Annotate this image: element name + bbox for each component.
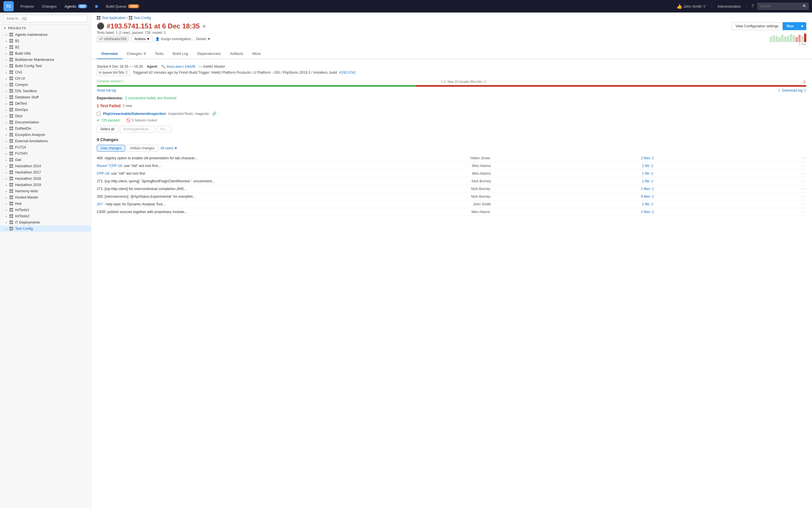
sidebar-item-it-deployments[interactable]: ▸ IT Deployments (0, 219, 91, 225)
sidebar-expand-icon[interactable]: ▼ (3, 27, 6, 30)
user-menu[interactable]: 👍 John Smith ▽ (674, 3, 708, 10)
change-more-icon[interactable]: ⋯ (800, 186, 806, 191)
change-files[interactable]: 2 files ▽ (641, 210, 654, 214)
download-log-link[interactable]: ⇩ Download log ▽ (778, 88, 806, 92)
sidebar-item-hackathon-2014[interactable]: ▸ Hackathon 2014 (0, 163, 91, 169)
change-files[interactable]: 1 file ▽ (642, 202, 653, 207)
user-changes-tab[interactable]: User changes (97, 145, 125, 152)
investigate-mute-button[interactable]: Investigate/Mute... (120, 126, 155, 133)
change-files[interactable]: 2 files ▽ (641, 187, 654, 191)
change-link[interactable]: 257 (97, 202, 103, 206)
sidebar-item-build-config-test[interactable]: ▸ Build Config Test (0, 63, 91, 69)
sidebar-item-hackathon-2018[interactable]: ▸ Hackathon 2018 (0, 175, 91, 182)
graph-bar (781, 35, 783, 42)
sidebar-item-dezt[interactable]: ▸ Dezt (0, 113, 91, 119)
tab-tests[interactable]: Tests (150, 49, 168, 59)
artifact-changes-tab[interactable]: Artifact changes (126, 145, 158, 152)
sidebar-item-dsl-sandbox[interactable]: ▸ DSL Sandbox (0, 88, 91, 94)
change-link[interactable]: CPP-18 (97, 171, 109, 175)
breadcrumb-project[interactable]: Test Application (102, 16, 125, 20)
sidebar-item-devops[interactable]: ▸ DevOps (0, 107, 91, 113)
sidebar-item-expand: ▸ (6, 165, 7, 168)
more-icon[interactable]: ⋯ (218, 112, 221, 116)
change-files[interactable]: 9 files ▽ (641, 195, 654, 199)
change-more-icon[interactable]: ⋯ (800, 164, 806, 168)
change-more-icon[interactable]: ⋯ (800, 210, 806, 214)
search-input[interactable] (757, 3, 809, 10)
nav-agents[interactable]: Agents 938 (61, 3, 90, 10)
link-icon[interactable]: 🔗 (212, 112, 216, 116)
change-more-icon[interactable]: ⋯ (800, 179, 806, 183)
sidebar-item-gwi[interactable]: ▸ Gwi (0, 157, 91, 163)
sidebar-item-external-annotations[interactable]: ▸ External Annotations (0, 138, 91, 144)
change-files[interactable]: 1 file ▽ (642, 164, 653, 168)
view-config-button[interactable]: View Configuration settings (731, 22, 783, 30)
change-more-icon[interactable]: ⋯ (800, 194, 806, 199)
sidebar-item-hackathon-2019[interactable]: ▸ Hackathon 2019 (0, 182, 91, 188)
sidebar-item-hackathon-2017[interactable]: ▸ Hackathon 2017 (0, 169, 91, 175)
change-author: Helen Jones (456, 156, 490, 160)
sidebar-item-test-config[interactable]: ▸ Test Config (0, 225, 91, 232)
tab-more[interactable]: More (248, 49, 266, 59)
show-full-log-link[interactable]: Show full log (97, 88, 116, 92)
change-files[interactable]: 1 file ▽ (642, 179, 653, 183)
test-name[interactable]: PhpUnreachableStatementInspection (103, 112, 166, 116)
help-icon[interactable]: ? (750, 3, 755, 10)
select-all-button[interactable]: Select all (97, 126, 118, 133)
sidebar-item-b2[interactable]: ▸ B2 (0, 44, 91, 50)
change-more-icon[interactable]: ⋯ (800, 202, 806, 207)
all-users-button[interactable]: All users ▼ (160, 146, 177, 150)
sidebar-item-b1[interactable]: ▸ B1 (0, 38, 91, 44)
tab-build-log[interactable]: Build Log (168, 49, 193, 59)
sidebar-item-harmony-tests[interactable]: ▸ Harmony tests (0, 188, 91, 194)
sidebar-item-deltest[interactable]: ▸ DelTest (0, 100, 91, 107)
sidebar-item-inttests1[interactable]: ▸ IntTests1 (0, 207, 91, 213)
assign-investigation-button[interactable]: 👤 Assign investigation... (155, 37, 194, 41)
sidebar-item-chi-ui[interactable]: ▸ Chi UI (0, 75, 91, 82)
branch-tag[interactable]: ☍ refs/heads/193 (97, 36, 129, 42)
change-more-icon[interactable]: ⋯ (800, 156, 806, 160)
change-files[interactable]: 2 files ▽ (641, 156, 654, 160)
tab-changes--9[interactable]: Changes: 9 (122, 49, 151, 59)
nav-saved[interactable]: ■ (92, 2, 102, 11)
sidebar-item-futapi[interactable]: ▸ FUTAPI (0, 151, 91, 157)
star-icon[interactable]: ★ (202, 24, 206, 29)
sidebar-item-dotnetdiv[interactable]: ▸ DotNetDiv (0, 125, 91, 132)
sidebar-item-agents-maintenance[interactable]: ▸ Agents maintenance (0, 32, 91, 38)
sidebar-item-icon (9, 145, 13, 149)
sidebar-item-exception-analyzer[interactable]: ▸ Exception Analyzer (0, 132, 91, 138)
change-more-icon[interactable]: ⋯ (800, 171, 806, 176)
sidebar-item-hosted-master[interactable]: ▸ Hosted Master (0, 194, 91, 201)
change-files[interactable]: 1 file ▽ (642, 171, 653, 176)
details-button[interactable]: Details ▼ (196, 37, 211, 41)
sidebar-item-database-stuff[interactable]: ▸ Database Stuff (0, 94, 91, 100)
nav-changes[interactable]: Changes (38, 3, 60, 10)
test-checkbox[interactable] (97, 112, 101, 116)
sidebar-item-documentation[interactable]: ▸ Documentation (0, 119, 91, 125)
sidebar-item-compar[interactable]: ▸ CompAr (0, 82, 91, 88)
tab-dependencies[interactable]: Dependencies (193, 49, 225, 59)
deps-link[interactable]: 2 successful builds are finished (125, 96, 176, 100)
trigger-build-link[interactable]: #193.5741 (339, 71, 356, 75)
sidebar-item-hub[interactable]: ▸ Hub (0, 201, 91, 207)
sidebar-item-chi1[interactable]: ▸ Chi1 (0, 69, 91, 75)
test-item: PhpUnreachableStatementInspection Inspec… (97, 110, 806, 117)
run-more-button[interactable]: ▼ (798, 22, 806, 30)
nav-projects[interactable]: Projects (17, 3, 37, 10)
admin-btn[interactable]: Administration (715, 3, 743, 10)
fix-button[interactable]: Fix... (157, 126, 171, 133)
queue-badge[interactable]: In queue 6m:58s ▽ (97, 70, 130, 76)
sidebar-item-build-utils[interactable]: ▸ Build Utils (0, 50, 91, 56)
sidebar-item-inttests2[interactable]: ▸ IntTests2 (0, 213, 91, 219)
actions-button[interactable]: Actions ▼ (131, 36, 153, 42)
change-link[interactable]: Revert "CPP-18 (97, 164, 122, 168)
sidebar-item-buildserver-maintenance[interactable]: ▸ Buildserver Maintenance (0, 56, 91, 63)
run-button[interactable]: Run (783, 22, 798, 30)
nav-build-queue[interactable]: Build Queue 1090 (103, 3, 143, 10)
sidebar-item-fut14[interactable]: ▸ FUT14 (0, 144, 91, 151)
breadcrumb-config[interactable]: Test Config (134, 16, 151, 20)
agent-link[interactable]: linux-aws-i-14dcf5 (167, 64, 196, 70)
sidebar-search-input[interactable] (3, 15, 87, 22)
tab-artifacts[interactable]: Artifacts (225, 49, 248, 59)
tab-overview[interactable]: Overview (97, 49, 122, 59)
